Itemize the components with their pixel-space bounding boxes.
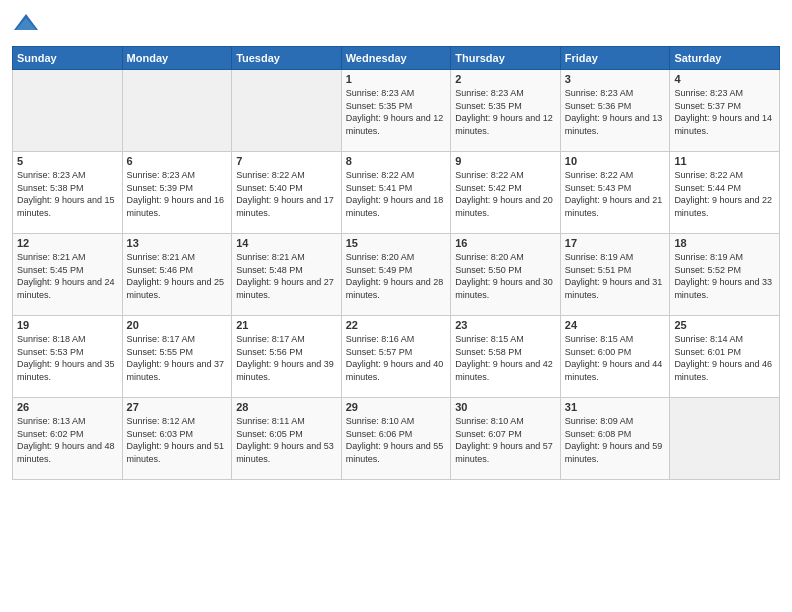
day-info: Sunrise: 8:22 AMSunset: 5:44 PMDaylight:… bbox=[674, 169, 775, 219]
calendar-cell: 1Sunrise: 8:23 AMSunset: 5:35 PMDaylight… bbox=[341, 70, 451, 152]
day-info: Sunrise: 8:22 AMSunset: 5:42 PMDaylight:… bbox=[455, 169, 556, 219]
day-number: 16 bbox=[455, 237, 556, 249]
day-number: 6 bbox=[127, 155, 228, 167]
day-info: Sunrise: 8:19 AMSunset: 5:52 PMDaylight:… bbox=[674, 251, 775, 301]
day-info: Sunrise: 8:17 AMSunset: 5:55 PMDaylight:… bbox=[127, 333, 228, 383]
calendar-week-row: 12Sunrise: 8:21 AMSunset: 5:45 PMDayligh… bbox=[13, 234, 780, 316]
calendar-cell: 20Sunrise: 8:17 AMSunset: 5:55 PMDayligh… bbox=[122, 316, 232, 398]
day-number: 8 bbox=[346, 155, 447, 167]
weekday-header-thursday: Thursday bbox=[451, 47, 561, 70]
logo-icon bbox=[12, 10, 40, 38]
day-info: Sunrise: 8:23 AMSunset: 5:35 PMDaylight:… bbox=[346, 87, 447, 137]
day-number: 15 bbox=[346, 237, 447, 249]
day-number: 30 bbox=[455, 401, 556, 413]
day-info: Sunrise: 8:23 AMSunset: 5:39 PMDaylight:… bbox=[127, 169, 228, 219]
day-info: Sunrise: 8:20 AMSunset: 5:50 PMDaylight:… bbox=[455, 251, 556, 301]
day-info: Sunrise: 8:21 AMSunset: 5:48 PMDaylight:… bbox=[236, 251, 337, 301]
calendar-cell bbox=[232, 70, 342, 152]
calendar-cell: 28Sunrise: 8:11 AMSunset: 6:05 PMDayligh… bbox=[232, 398, 342, 480]
day-info: Sunrise: 8:10 AMSunset: 6:06 PMDaylight:… bbox=[346, 415, 447, 465]
calendar-cell: 6Sunrise: 8:23 AMSunset: 5:39 PMDaylight… bbox=[122, 152, 232, 234]
calendar-cell: 25Sunrise: 8:14 AMSunset: 6:01 PMDayligh… bbox=[670, 316, 780, 398]
day-info: Sunrise: 8:18 AMSunset: 5:53 PMDaylight:… bbox=[17, 333, 118, 383]
calendar-cell: 26Sunrise: 8:13 AMSunset: 6:02 PMDayligh… bbox=[13, 398, 123, 480]
day-info: Sunrise: 8:14 AMSunset: 6:01 PMDaylight:… bbox=[674, 333, 775, 383]
calendar-cell: 16Sunrise: 8:20 AMSunset: 5:50 PMDayligh… bbox=[451, 234, 561, 316]
day-number: 20 bbox=[127, 319, 228, 331]
day-number: 3 bbox=[565, 73, 666, 85]
calendar-cell: 27Sunrise: 8:12 AMSunset: 6:03 PMDayligh… bbox=[122, 398, 232, 480]
day-number: 22 bbox=[346, 319, 447, 331]
calendar-cell: 9Sunrise: 8:22 AMSunset: 5:42 PMDaylight… bbox=[451, 152, 561, 234]
day-number: 23 bbox=[455, 319, 556, 331]
day-number: 7 bbox=[236, 155, 337, 167]
day-number: 9 bbox=[455, 155, 556, 167]
day-number: 18 bbox=[674, 237, 775, 249]
day-number: 11 bbox=[674, 155, 775, 167]
day-info: Sunrise: 8:11 AMSunset: 6:05 PMDaylight:… bbox=[236, 415, 337, 465]
calendar-cell: 13Sunrise: 8:21 AMSunset: 5:46 PMDayligh… bbox=[122, 234, 232, 316]
calendar-cell: 29Sunrise: 8:10 AMSunset: 6:06 PMDayligh… bbox=[341, 398, 451, 480]
calendar-cell: 31Sunrise: 8:09 AMSunset: 6:08 PMDayligh… bbox=[560, 398, 670, 480]
calendar-cell: 17Sunrise: 8:19 AMSunset: 5:51 PMDayligh… bbox=[560, 234, 670, 316]
day-info: Sunrise: 8:16 AMSunset: 5:57 PMDaylight:… bbox=[346, 333, 447, 383]
day-info: Sunrise: 8:23 AMSunset: 5:38 PMDaylight:… bbox=[17, 169, 118, 219]
day-info: Sunrise: 8:23 AMSunset: 5:35 PMDaylight:… bbox=[455, 87, 556, 137]
day-info: Sunrise: 8:23 AMSunset: 5:36 PMDaylight:… bbox=[565, 87, 666, 137]
page-header bbox=[12, 10, 780, 38]
calendar-cell: 14Sunrise: 8:21 AMSunset: 5:48 PMDayligh… bbox=[232, 234, 342, 316]
day-info: Sunrise: 8:22 AMSunset: 5:40 PMDaylight:… bbox=[236, 169, 337, 219]
weekday-header-friday: Friday bbox=[560, 47, 670, 70]
calendar-table: SundayMondayTuesdayWednesdayThursdayFrid… bbox=[12, 46, 780, 480]
calendar-week-row: 26Sunrise: 8:13 AMSunset: 6:02 PMDayligh… bbox=[13, 398, 780, 480]
calendar-week-row: 1Sunrise: 8:23 AMSunset: 5:35 PMDaylight… bbox=[13, 70, 780, 152]
day-number: 25 bbox=[674, 319, 775, 331]
day-number: 12 bbox=[17, 237, 118, 249]
day-info: Sunrise: 8:13 AMSunset: 6:02 PMDaylight:… bbox=[17, 415, 118, 465]
weekday-header-sunday: Sunday bbox=[13, 47, 123, 70]
day-number: 28 bbox=[236, 401, 337, 413]
calendar-cell bbox=[670, 398, 780, 480]
calendar-cell: 23Sunrise: 8:15 AMSunset: 5:58 PMDayligh… bbox=[451, 316, 561, 398]
calendar-cell: 7Sunrise: 8:22 AMSunset: 5:40 PMDaylight… bbox=[232, 152, 342, 234]
calendar-cell: 21Sunrise: 8:17 AMSunset: 5:56 PMDayligh… bbox=[232, 316, 342, 398]
weekday-header-wednesday: Wednesday bbox=[341, 47, 451, 70]
weekday-header-monday: Monday bbox=[122, 47, 232, 70]
day-number: 1 bbox=[346, 73, 447, 85]
calendar-cell bbox=[13, 70, 123, 152]
day-number: 24 bbox=[565, 319, 666, 331]
calendar-cell: 19Sunrise: 8:18 AMSunset: 5:53 PMDayligh… bbox=[13, 316, 123, 398]
day-number: 21 bbox=[236, 319, 337, 331]
day-info: Sunrise: 8:22 AMSunset: 5:41 PMDaylight:… bbox=[346, 169, 447, 219]
weekday-header-saturday: Saturday bbox=[670, 47, 780, 70]
day-number: 2 bbox=[455, 73, 556, 85]
calendar-cell: 24Sunrise: 8:15 AMSunset: 6:00 PMDayligh… bbox=[560, 316, 670, 398]
day-info: Sunrise: 8:19 AMSunset: 5:51 PMDaylight:… bbox=[565, 251, 666, 301]
day-number: 29 bbox=[346, 401, 447, 413]
day-number: 14 bbox=[236, 237, 337, 249]
day-info: Sunrise: 8:15 AMSunset: 6:00 PMDaylight:… bbox=[565, 333, 666, 383]
day-info: Sunrise: 8:21 AMSunset: 5:45 PMDaylight:… bbox=[17, 251, 118, 301]
day-number: 13 bbox=[127, 237, 228, 249]
day-info: Sunrise: 8:12 AMSunset: 6:03 PMDaylight:… bbox=[127, 415, 228, 465]
calendar-cell: 15Sunrise: 8:20 AMSunset: 5:49 PMDayligh… bbox=[341, 234, 451, 316]
calendar-cell: 10Sunrise: 8:22 AMSunset: 5:43 PMDayligh… bbox=[560, 152, 670, 234]
day-info: Sunrise: 8:23 AMSunset: 5:37 PMDaylight:… bbox=[674, 87, 775, 137]
calendar-cell: 3Sunrise: 8:23 AMSunset: 5:36 PMDaylight… bbox=[560, 70, 670, 152]
calendar-cell: 12Sunrise: 8:21 AMSunset: 5:45 PMDayligh… bbox=[13, 234, 123, 316]
calendar-cell: 4Sunrise: 8:23 AMSunset: 5:37 PMDaylight… bbox=[670, 70, 780, 152]
calendar-week-row: 5Sunrise: 8:23 AMSunset: 5:38 PMDaylight… bbox=[13, 152, 780, 234]
day-number: 26 bbox=[17, 401, 118, 413]
weekday-header-tuesday: Tuesday bbox=[232, 47, 342, 70]
calendar-cell bbox=[122, 70, 232, 152]
calendar-cell: 11Sunrise: 8:22 AMSunset: 5:44 PMDayligh… bbox=[670, 152, 780, 234]
day-info: Sunrise: 8:15 AMSunset: 5:58 PMDaylight:… bbox=[455, 333, 556, 383]
page-container: SundayMondayTuesdayWednesdayThursdayFrid… bbox=[0, 0, 792, 612]
calendar-cell: 2Sunrise: 8:23 AMSunset: 5:35 PMDaylight… bbox=[451, 70, 561, 152]
day-number: 27 bbox=[127, 401, 228, 413]
calendar-cell: 30Sunrise: 8:10 AMSunset: 6:07 PMDayligh… bbox=[451, 398, 561, 480]
logo bbox=[12, 10, 44, 38]
calendar-week-row: 19Sunrise: 8:18 AMSunset: 5:53 PMDayligh… bbox=[13, 316, 780, 398]
day-number: 5 bbox=[17, 155, 118, 167]
calendar-cell: 22Sunrise: 8:16 AMSunset: 5:57 PMDayligh… bbox=[341, 316, 451, 398]
